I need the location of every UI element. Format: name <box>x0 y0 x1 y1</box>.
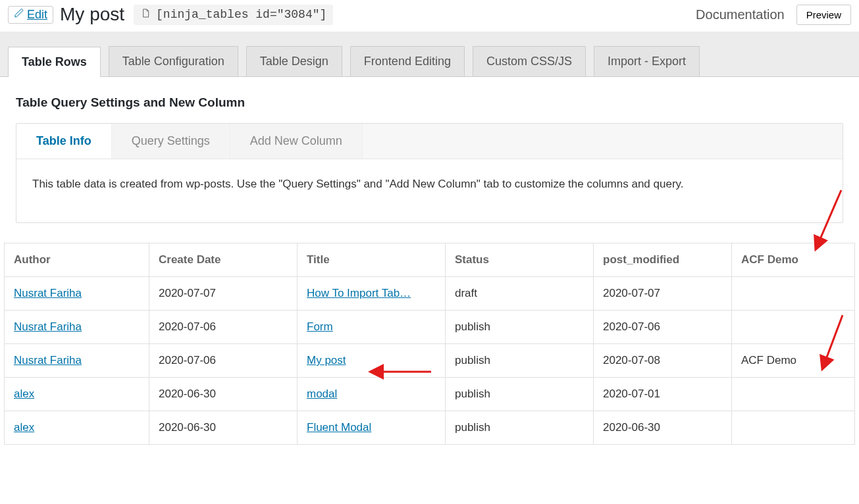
sub-tab-add-new-column[interactable]: Add New Column <box>230 124 363 159</box>
header-actions: Documentation Preview <box>696 5 851 25</box>
author-link[interactable]: alex <box>14 421 34 434</box>
status-cell: publish <box>446 411 594 445</box>
title-link[interactable]: How To Import Tab… <box>307 287 411 299</box>
status-cell: publish <box>446 344 594 378</box>
shortcode-display[interactable]: [ninja_tables id="3084"] <box>134 5 333 25</box>
acf-demo-cell <box>732 311 855 344</box>
table-info-body: This table data is created from wp-posts… <box>16 159 843 222</box>
sub-tab-table-info[interactable]: Table Info <box>16 124 112 159</box>
title-link[interactable]: Form <box>307 320 333 333</box>
table-header-row: Author Create Date Title Status post_mod… <box>5 243 855 277</box>
create-date-cell: 2020-07-06 <box>149 344 298 378</box>
create-date-cell: 2020-06-30 <box>149 411 298 445</box>
acf-demo-cell: ACF Demo <box>732 344 855 378</box>
title-link[interactable]: My post <box>307 354 346 366</box>
table-rows-section: Table Query Settings and New Column Tabl… <box>0 77 859 223</box>
tab-import-export[interactable]: Import - Export <box>594 46 700 76</box>
create-date-cell: 2020-06-30 <box>149 378 298 411</box>
author-link[interactable]: alex <box>14 388 34 400</box>
tab-table-rows[interactable]: Table Rows <box>8 47 101 77</box>
edit-button-label: Edit <box>27 8 47 22</box>
sub-tab-strip: Table Info Query Settings Add New Column <box>16 124 843 159</box>
table-row: alex2020-06-30modalpublish2020-07-01 <box>5 378 855 411</box>
col-acf-demo[interactable]: ACF Demo <box>732 243 855 277</box>
sub-tab-query-settings[interactable]: Query Settings <box>112 124 230 159</box>
author-link[interactable]: Nusrat Fariha <box>14 354 82 366</box>
col-post-modified[interactable]: post_modified <box>594 243 732 277</box>
section-title: Table Query Settings and New Column <box>16 95 843 110</box>
post-modified-cell: 2020-06-30 <box>594 411 732 445</box>
main-tab-strip: Table Rows Table Configuration Table Des… <box>0 32 859 77</box>
post-modified-cell: 2020-07-01 <box>594 378 732 411</box>
document-icon <box>140 7 151 22</box>
col-create-date[interactable]: Create Date <box>149 243 298 277</box>
page-title: My post <box>60 4 124 25</box>
author-link[interactable]: Nusrat Fariha <box>14 320 82 333</box>
table-row: Nusrat Fariha2020-07-07How To Import Tab… <box>5 277 855 311</box>
tab-frontend-editing[interactable]: Frontend Editing <box>350 46 465 76</box>
acf-demo-cell <box>732 411 855 445</box>
pencil-icon <box>14 8 24 22</box>
tab-table-configuration[interactable]: Table Configuration <box>109 46 238 76</box>
page-header: Edit My post [ninja_tables id="3084"] Do… <box>0 0 859 32</box>
create-date-cell: 2020-07-06 <box>149 311 298 344</box>
table-row: Nusrat Fariha2020-07-06Formpublish2020-0… <box>5 311 855 344</box>
acf-demo-cell <box>732 378 855 411</box>
post-modified-cell: 2020-07-07 <box>594 277 732 311</box>
post-modified-cell: 2020-07-08 <box>594 344 732 378</box>
col-status[interactable]: Status <box>446 243 594 277</box>
author-link[interactable]: Nusrat Fariha <box>14 287 82 299</box>
title-link[interactable]: Fluent Modal <box>307 421 371 434</box>
documentation-link[interactable]: Documentation <box>696 7 785 22</box>
shortcode-text: [ninja_tables id="3084"] <box>156 8 326 21</box>
col-title[interactable]: Title <box>298 243 446 277</box>
tab-custom-css-js[interactable]: Custom CSS/JS <box>473 46 586 76</box>
post-modified-cell: 2020-07-06 <box>594 311 732 344</box>
tab-table-design[interactable]: Table Design <box>246 46 342 76</box>
status-cell: draft <box>446 277 594 311</box>
status-cell: publish <box>446 378 594 411</box>
col-author[interactable]: Author <box>5 243 149 277</box>
acf-demo-cell <box>732 277 855 311</box>
table-info-card: Table Info Query Settings Add New Column… <box>16 123 843 223</box>
posts-table: Author Create Date Title Status post_mod… <box>4 243 855 445</box>
table-row: Nusrat Fariha2020-07-06My postpublish202… <box>5 344 855 378</box>
status-cell: publish <box>446 311 594 344</box>
title-link[interactable]: modal <box>307 388 337 400</box>
data-table-wrap: Author Create Date Title Status post_mod… <box>0 243 859 451</box>
table-row: alex2020-06-30Fluent Modalpublish2020-06… <box>5 411 855 445</box>
create-date-cell: 2020-07-07 <box>149 277 298 311</box>
edit-button[interactable]: Edit <box>8 6 53 24</box>
preview-button[interactable]: Preview <box>796 5 851 25</box>
